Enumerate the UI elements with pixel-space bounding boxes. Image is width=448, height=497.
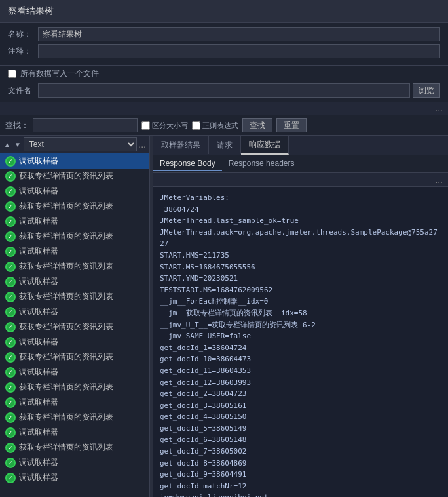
tree-item[interactable]: 获取专栏详情页的资讯列表	[0, 349, 149, 365]
tree-item-icon	[5, 186, 16, 197]
sub-tabs-row: Response BodyResponse headers	[153, 155, 448, 173]
tree-item[interactable]: 获取专栏详情页的资讯列表	[0, 199, 149, 214]
tree-item-icon	[5, 382, 16, 393]
tree-item-text: 调试取样器	[19, 186, 58, 197]
filename-label: 文件名	[8, 85, 34, 96]
tree-item-text: 获取专栏详情页的资讯列表	[19, 231, 113, 242]
tree-item[interactable]: 调试取样器	[0, 153, 149, 169]
search-input[interactable]	[33, 118, 138, 132]
tree-item-text: 获取专栏详情页的资讯列表	[19, 261, 113, 272]
browse-button[interactable]: 浏览	[413, 83, 440, 98]
tab-响应数据[interactable]: 响应数据	[241, 136, 289, 155]
write-all-data-label: 所有数据写入一个文件	[20, 68, 99, 79]
tree-item[interactable]: 获取专栏详情页的资讯列表	[0, 169, 149, 184]
comment-input[interactable]	[38, 44, 440, 58]
tree-item-icon	[5, 292, 16, 302]
tree-item[interactable]: 获取专栏详情页的资讯列表	[0, 319, 149, 334]
tree-item[interactable]: 调试取样器	[0, 470, 149, 485]
response-body[interactable]: JMeterVariables: =38604724 JMeterThread.…	[153, 187, 448, 497]
tree-item-icon	[5, 458, 16, 468]
tree-item-text: 调试取样器	[19, 216, 58, 227]
right-toolbar-dots[interactable]: ...	[435, 174, 443, 185]
tree-item-icon	[5, 367, 16, 378]
tree-item-icon	[5, 307, 16, 317]
tree-item-text: 获取专栏详情页的资讯列表	[19, 321, 113, 332]
filename-input[interactable]	[38, 83, 410, 98]
tree-item-text: 获取专栏详情页的资讯列表	[19, 412, 113, 423]
tree-item-icon	[5, 443, 16, 453]
tree-item-icon	[5, 427, 16, 438]
left-toolbar: ▲ ▼ Text ...	[0, 136, 149, 153]
tree-item-text: 调试取样器	[19, 276, 58, 287]
tree-item[interactable]: 获取专栏详情页的资讯列表	[0, 380, 149, 395]
tree-item[interactable]: 调试取样器	[0, 334, 149, 349]
tree-item-icon	[5, 262, 16, 272]
tabs-row: 取样器结果请求响应数据	[153, 136, 448, 155]
tree-item[interactable]: 调试取样器	[0, 214, 149, 229]
search-bar: 查找： 区分大小写 正则表达式 查找 重置	[0, 115, 448, 136]
tree-item-text: 获取专栏详情页的资讯列表	[19, 351, 113, 363]
tree-item[interactable]: 调试取样器	[0, 184, 149, 199]
tree-item-icon	[5, 156, 16, 167]
tree-item-text: 调试取样器	[19, 427, 58, 438]
regex-checkbox[interactable]	[192, 121, 200, 130]
title-bar: 察看结果树	[0, 0, 448, 23]
tree-item[interactable]: 获取专栏详情页的资讯列表	[0, 229, 149, 244]
tab-取样器结果[interactable]: 取样器结果	[153, 136, 209, 154]
tree-item-icon	[5, 171, 16, 182]
reset-button[interactable]: 重置	[276, 118, 307, 132]
case-sensitive-checkbox[interactable]	[141, 121, 150, 130]
tree-item-text: 调试取样器	[19, 306, 58, 317]
sub-tab-Response Body[interactable]: Response Body	[153, 157, 222, 171]
tree-item-text: 调试取样器	[19, 336, 58, 348]
name-label: 名称：	[8, 29, 34, 40]
tree-item[interactable]: 获取专栏详情页的资讯列表	[0, 410, 149, 425]
tree-item[interactable]: 调试取样器	[0, 274, 149, 289]
sub-tab-Response headers[interactable]: Response headers	[222, 157, 301, 171]
tree-item-icon	[5, 201, 16, 212]
tree-item-text: 调试取样器	[19, 155, 58, 167]
tree-item-text: 获取专栏详情页的资讯列表	[19, 170, 113, 182]
tree-item[interactable]: 调试取样器	[0, 365, 149, 380]
tree-item[interactable]: 调试取样器	[0, 304, 149, 319]
regex-label: 正则表达式	[192, 121, 238, 130]
tree-item-text: 获取专栏详情页的资讯列表	[19, 382, 113, 393]
tree-item-icon	[5, 231, 16, 242]
tree-item-text: 获取专栏详情页的资讯列表	[19, 201, 113, 212]
comment-row: 注释：	[8, 44, 440, 58]
tree-item-text: 调试取样器	[19, 397, 58, 408]
left-panel: ▲ ▼ Text ... 调试取样器获取专栏详情页的资讯列表调试取样器获取专栏详…	[0, 136, 149, 497]
down-arrow-button[interactable]: ▼	[13, 141, 22, 148]
comment-label: 注释：	[8, 46, 34, 57]
tree-item-icon	[5, 322, 16, 332]
name-row: 名称：	[8, 27, 440, 41]
write-all-data-checkbox[interactable]	[8, 70, 16, 78]
tree-item[interactable]: 调试取样器	[0, 244, 149, 259]
tree-item[interactable]: 获取专栏详情页的资讯列表	[0, 289, 149, 304]
page-title: 察看结果树	[8, 5, 54, 16]
tree-item-icon	[5, 337, 16, 348]
write-all-data-row: 所有数据写入一个文件	[0, 66, 448, 82]
tree-item[interactable]: 调试取样器	[0, 425, 149, 440]
tree-list: 调试取样器获取专栏详情页的资讯列表调试取样器获取专栏详情页的资讯列表调试取样器获…	[0, 153, 149, 497]
name-input[interactable]	[38, 27, 440, 41]
case-sensitive-label: 区分大小写	[141, 121, 188, 130]
left-toolbar-dots[interactable]: ...	[138, 139, 146, 149]
type-select[interactable]: Text	[24, 137, 138, 151]
tab-请求[interactable]: 请求	[209, 136, 241, 154]
tree-item[interactable]: 获取专栏详情页的资讯列表	[0, 440, 149, 455]
main-content: ▲ ▼ Text ... 调试取样器获取专栏详情页的资讯列表调试取样器获取专栏详…	[0, 136, 448, 497]
tree-item-icon	[5, 277, 16, 287]
tree-item[interactable]: 调试取样器	[0, 455, 149, 470]
tree-item[interactable]: 获取专栏详情页的资讯列表	[0, 259, 149, 274]
top-toolbar-dots[interactable]: ...	[435, 103, 443, 113]
tree-item-text: 调试取样器	[19, 367, 58, 378]
tree-item-icon	[5, 352, 16, 363]
up-arrow-button[interactable]: ▲	[3, 141, 12, 148]
find-button[interactable]: 查找	[242, 118, 272, 132]
tree-item-text: 调试取样器	[19, 457, 58, 468]
search-label: 查找：	[5, 120, 29, 131]
tree-item-icon	[5, 247, 16, 257]
tree-item-text: 获取专栏详情页的资讯列表	[19, 442, 113, 453]
tree-item[interactable]: 调试取样器	[0, 395, 149, 410]
